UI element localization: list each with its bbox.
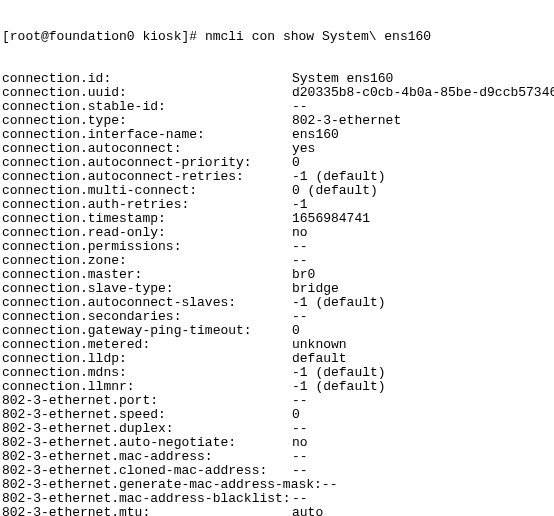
output-key: connection.lldp: [2, 352, 292, 366]
output-key: connection.permissions: [2, 240, 292, 254]
output-key: 802-3-ethernet.mtu: [2, 506, 292, 516]
output-value: -- [292, 491, 308, 506]
output-value: -- [292, 449, 308, 464]
output-key: connection.autoconnect-retries: [2, 170, 292, 184]
prompt-command: nmcli con show System\ ens160 [205, 29, 431, 44]
prompt-line: [root@foundation0 kiosk]# nmcli con show… [2, 30, 554, 44]
output-value: no [292, 435, 308, 450]
output-key: connection.metered: [2, 338, 292, 352]
output-row: connection.type:802-3-ethernet [2, 114, 554, 128]
output-value: d20335b8-c0cb-4b0a-85be-d9ccb573467b [292, 85, 554, 100]
output-value: -1 (default) [292, 365, 386, 380]
output-value: unknown [292, 337, 347, 352]
output-value: -- [322, 477, 338, 492]
output-row: 802-3-ethernet.mtu:auto [2, 506, 554, 516]
output-row: connection.autoconnect-retries:-1 (defau… [2, 170, 554, 184]
output-value: 0 (default) [292, 183, 378, 198]
output-row: 802-3-ethernet.cloned-mac-address:-- [2, 464, 554, 478]
output-row: connection.read-only:no [2, 226, 554, 240]
output-row: connection.interface-name:ens160 [2, 128, 554, 142]
output-value: bridge [292, 281, 339, 296]
output-value: -1 (default) [292, 295, 386, 310]
output-row: connection.zone:-- [2, 254, 554, 268]
output-key: 802-3-ethernet.mac-address: [2, 450, 292, 464]
output-key: connection.llmnr: [2, 380, 292, 394]
output-key: 802-3-ethernet.port: [2, 394, 292, 408]
output-row: connection.auth-retries:-1 [2, 198, 554, 212]
output-key: 802-3-ethernet.mac-address-blacklist: [2, 492, 292, 506]
output-row: connection.slave-type:bridge [2, 282, 554, 296]
output-value: 802-3-ethernet [292, 113, 401, 128]
output-value: default [292, 351, 347, 366]
output-key: connection.secondaries: [2, 310, 292, 324]
terminal-output: [root@foundation0 kiosk]# nmcli con show… [0, 0, 554, 516]
output-key: 802-3-ethernet.cloned-mac-address: [2, 464, 292, 478]
output-value: 0 [292, 155, 300, 170]
output-key: connection.stable-id: [2, 100, 292, 114]
output-row: connection.secondaries:-- [2, 310, 554, 324]
output-key: connection.auth-retries: [2, 198, 292, 212]
output-row: connection.multi-connect:0 (default) [2, 184, 554, 198]
output-key: connection.master: [2, 268, 292, 282]
output-value: no [292, 225, 308, 240]
output-value: -- [292, 239, 308, 254]
output-key: 802-3-ethernet.auto-negotiate: [2, 436, 292, 450]
output-row: 802-3-ethernet.generate-mac-address-mask… [2, 478, 554, 492]
output-value: 0 [292, 323, 300, 338]
output-value: System ens160 [292, 71, 393, 86]
output-value: ens160 [292, 127, 339, 142]
output-value: 0 [292, 407, 300, 422]
output-row: connection.stable-id:-- [2, 100, 554, 114]
output-row: connection.timestamp:1656984741 [2, 212, 554, 226]
output-value: -- [292, 421, 308, 436]
output-value: -- [292, 99, 308, 114]
output-row: connection.autoconnect-slaves:-1 (defaul… [2, 296, 554, 310]
output-row: connection.autoconnect-priority:0 [2, 156, 554, 170]
output-key: connection.timestamp: [2, 212, 292, 226]
output-key: connection.autoconnect: [2, 142, 292, 156]
output-key: connection.interface-name: [2, 128, 292, 142]
output-key: connection.uuid: [2, 86, 292, 100]
output-row: 802-3-ethernet.auto-negotiate:no [2, 436, 554, 450]
output-row: connection.master:br0 [2, 268, 554, 282]
output-row: connection.metered:unknown [2, 338, 554, 352]
output-row: 802-3-ethernet.mac-address-blacklist:-- [2, 492, 554, 506]
output-key: 802-3-ethernet.generate-mac-address-mask… [2, 477, 322, 492]
output-row: 802-3-ethernet.duplex:-- [2, 422, 554, 436]
output-value: -- [292, 463, 308, 478]
output-value: -1 (default) [292, 169, 386, 184]
output-row: 802-3-ethernet.port:-- [2, 394, 554, 408]
prompt-open-bracket: [ [2, 29, 10, 44]
output-value: -- [292, 309, 308, 324]
output-key: connection.gateway-ping-timeout: [2, 324, 292, 338]
output-row: connection.id:System ens160 [2, 72, 554, 86]
output-value: br0 [292, 267, 315, 282]
output-key: connection.autoconnect-priority: [2, 156, 292, 170]
output-key: connection.multi-connect: [2, 184, 292, 198]
output-key: connection.read-only: [2, 226, 292, 240]
output-value: -- [292, 253, 308, 268]
output-row: 802-3-ethernet.speed:0 [2, 408, 554, 422]
output-value: -- [292, 393, 308, 408]
output-key: 802-3-ethernet.duplex: [2, 422, 292, 436]
output-row: connection.uuid:d20335b8-c0cb-4b0a-85be-… [2, 86, 554, 100]
output-row: connection.permissions:-- [2, 240, 554, 254]
output-value: auto [292, 505, 323, 516]
output-value: -1 [292, 197, 308, 212]
output-row: connection.lldp:default [2, 352, 554, 366]
output-row: connection.llmnr:-1 (default) [2, 380, 554, 394]
output-key: connection.autoconnect-slaves: [2, 296, 292, 310]
output-row: connection.gateway-ping-timeout:0 [2, 324, 554, 338]
output-key: connection.zone: [2, 254, 292, 268]
output-rows: connection.id:System ens160connection.uu… [2, 72, 554, 516]
output-row: connection.mdns:-1 (default) [2, 366, 554, 380]
prompt-user-host: root@foundation0 kiosk [10, 29, 182, 44]
output-key: connection.type: [2, 114, 292, 128]
output-key: 802-3-ethernet.speed: [2, 408, 292, 422]
output-key: connection.id: [2, 72, 292, 86]
output-value: -1 (default) [292, 379, 386, 394]
output-value: yes [292, 141, 315, 156]
output-key: connection.slave-type: [2, 282, 292, 296]
output-row: 802-3-ethernet.mac-address:-- [2, 450, 554, 464]
output-key: connection.mdns: [2, 366, 292, 380]
